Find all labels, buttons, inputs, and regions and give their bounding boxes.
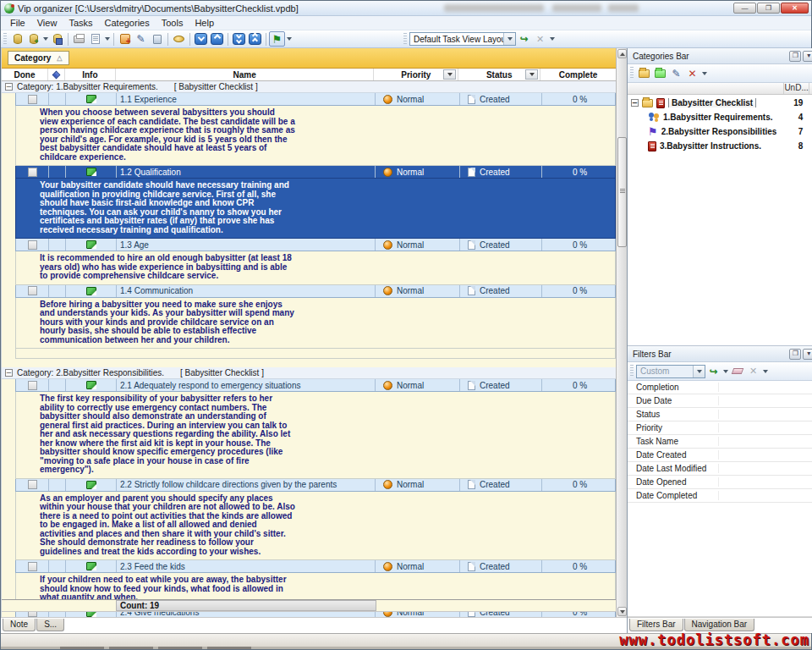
task-row[interactable]: 2.3 Feed the kidsNormalCreated0 % bbox=[15, 560, 616, 573]
priority-cell[interactable]: Normal bbox=[376, 479, 460, 491]
column-header-status[interactable]: Status bbox=[458, 69, 540, 80]
expand-all-button[interactable] bbox=[231, 31, 247, 47]
priority-flag-cell[interactable] bbox=[49, 166, 66, 178]
print-button[interactable] bbox=[71, 31, 87, 47]
priority-cell[interactable]: Normal bbox=[376, 239, 460, 251]
complete-cell[interactable]: 0 % bbox=[542, 166, 616, 178]
note-row[interactable]: Before hiring a babysitter you need to m… bbox=[15, 298, 616, 350]
add-task-button[interactable] bbox=[117, 31, 133, 47]
clear-filter-icon[interactable] bbox=[729, 364, 745, 379]
priority-cell[interactable]: Normal bbox=[376, 379, 460, 391]
maximize-button[interactable]: ❐ bbox=[757, 3, 780, 14]
layout-combo-dropdown[interactable] bbox=[503, 33, 515, 45]
group-header-row[interactable]: –Category: 1.Babysitter Requirements.[ B… bbox=[2, 81, 616, 93]
info-cell[interactable] bbox=[66, 560, 117, 572]
minimize-button[interactable]: — bbox=[733, 3, 756, 14]
info-cell[interactable] bbox=[66, 285, 117, 297]
print-preview-button[interactable] bbox=[87, 31, 103, 47]
priority-cell[interactable]: Normal bbox=[376, 285, 460, 297]
done-checkbox[interactable] bbox=[28, 95, 37, 104]
menu-help[interactable]: Help bbox=[189, 17, 220, 29]
show-notes-button[interactable] bbox=[171, 31, 187, 47]
done-cell[interactable] bbox=[16, 379, 49, 391]
filter-preset-dropdown[interactable] bbox=[693, 366, 705, 377]
new-task-row[interactable] bbox=[15, 349, 616, 359]
open-database-button[interactable] bbox=[9, 31, 25, 47]
status-cell[interactable]: Created bbox=[460, 479, 542, 491]
priority-flag-cell[interactable] bbox=[49, 239, 66, 251]
apply-filter-dropdown[interactable] bbox=[721, 364, 729, 379]
panel-restore-icon[interactable]: ❐ bbox=[789, 51, 801, 62]
close-button[interactable]: ✕ bbox=[781, 3, 809, 14]
add-category-button[interactable] bbox=[636, 66, 652, 81]
new-database-dropdown[interactable] bbox=[41, 31, 49, 47]
toolbar-grip[interactable] bbox=[630, 365, 634, 377]
scroll-down-button[interactable] bbox=[617, 607, 627, 616]
priority-flag-cell[interactable] bbox=[49, 479, 66, 491]
flag-view-button[interactable]: ⚑ bbox=[269, 31, 285, 47]
status-cell[interactable]: Created bbox=[460, 379, 542, 391]
priority-flag-cell[interactable] bbox=[49, 560, 66, 572]
column-header-priority-flag[interactable] bbox=[48, 69, 65, 80]
new-database-button[interactable] bbox=[25, 31, 41, 47]
undone-column-header[interactable]: UnD... bbox=[783, 83, 809, 94]
menu-tools[interactable]: Tools bbox=[156, 17, 189, 29]
info-cell[interactable] bbox=[66, 93, 117, 105]
task-name-cell[interactable]: 1.3 Age bbox=[117, 239, 376, 251]
remove-filter-icon[interactable]: ✕ bbox=[745, 364, 761, 379]
priority-cell[interactable]: Normal bbox=[376, 166, 460, 178]
priority-filter-button[interactable] bbox=[443, 69, 456, 80]
priority-cell[interactable]: Normal bbox=[376, 560, 460, 572]
menu-file[interactable]: File bbox=[4, 17, 31, 29]
delete-task-button[interactable] bbox=[149, 31, 165, 47]
done-cell[interactable] bbox=[16, 560, 49, 572]
toolbar-grip[interactable] bbox=[403, 33, 407, 46]
task-name-cell[interactable]: 1.1 Experience bbox=[117, 93, 376, 105]
task-name-cell[interactable]: 2.3 Feed the kids bbox=[117, 560, 376, 572]
note-row[interactable]: The first key responsibility of your bab… bbox=[15, 392, 616, 479]
info-cell[interactable] bbox=[66, 479, 117, 491]
layout-options-dropdown[interactable] bbox=[548, 31, 556, 47]
vertical-scrollbar[interactable] bbox=[616, 48, 627, 617]
collapse-group-icon[interactable]: – bbox=[5, 83, 13, 91]
note-row[interactable]: When you choose between several babysitt… bbox=[15, 106, 616, 166]
status-cell[interactable]: Created bbox=[460, 239, 542, 251]
edit-task-button[interactable]: ✎ bbox=[133, 31, 149, 47]
column-header-priority[interactable]: Priority bbox=[374, 69, 458, 80]
filter-preset-combo[interactable]: Custom bbox=[636, 365, 705, 378]
status-cell[interactable]: Created bbox=[460, 560, 542, 572]
tree-item-root[interactable]: –Babysitter Checklist1919 bbox=[628, 96, 812, 110]
task-name-cell[interactable]: 1.4 Communication bbox=[117, 285, 376, 297]
edit-category-button[interactable]: ✎ bbox=[668, 66, 684, 81]
categories-options-dropdown[interactable] bbox=[700, 66, 708, 81]
apply-layout-icon[interactable]: ↪ bbox=[516, 31, 532, 47]
column-header-info[interactable]: Info bbox=[65, 69, 116, 80]
task-row[interactable]: 1.1 ExperienceNormalCreated0 % bbox=[15, 93, 616, 106]
menu-categories[interactable]: Categories bbox=[99, 17, 156, 29]
status-cell[interactable]: Created bbox=[460, 93, 542, 105]
done-cell[interactable] bbox=[16, 166, 49, 178]
column-header-name[interactable]: Name bbox=[116, 69, 375, 80]
task-view-layout-combo[interactable]: Default Task View Layout bbox=[409, 32, 516, 46]
total-column-header[interactable]: T... bbox=[809, 83, 812, 94]
status-cell[interactable]: Created bbox=[460, 285, 542, 297]
task-name-cell[interactable]: 2.1 Adequately respond to emergency situ… bbox=[117, 379, 376, 391]
collapse-all-button[interactable] bbox=[247, 31, 263, 47]
move-up-button[interactable] bbox=[209, 31, 225, 47]
info-cell[interactable] bbox=[66, 379, 117, 391]
scroll-up-button[interactable] bbox=[617, 49, 627, 58]
done-checkbox[interactable] bbox=[28, 562, 37, 571]
remove-layout-icon[interactable]: ✕ bbox=[532, 31, 548, 47]
task-name-cell[interactable]: 1.2 Qualification bbox=[117, 166, 376, 178]
status-cell[interactable]: Created bbox=[460, 166, 542, 178]
task-row[interactable]: 1.2 QualificationNormalCreated0 % bbox=[15, 166, 616, 179]
info-cell[interactable] bbox=[66, 166, 117, 178]
panel-pin-icon[interactable]: ▾ bbox=[803, 349, 812, 360]
panel-restore-icon[interactable]: ❐ bbox=[789, 349, 801, 360]
flag-view-dropdown[interactable] bbox=[285, 31, 293, 47]
apply-filter-icon[interactable]: ↪ bbox=[705, 364, 721, 379]
done-checkbox[interactable] bbox=[28, 480, 37, 489]
complete-cell[interactable]: 0 % bbox=[542, 560, 616, 572]
tree-item[interactable]: 1.Babysitter Requirements.44 bbox=[628, 110, 812, 124]
save-database-button[interactable] bbox=[49, 31, 65, 47]
